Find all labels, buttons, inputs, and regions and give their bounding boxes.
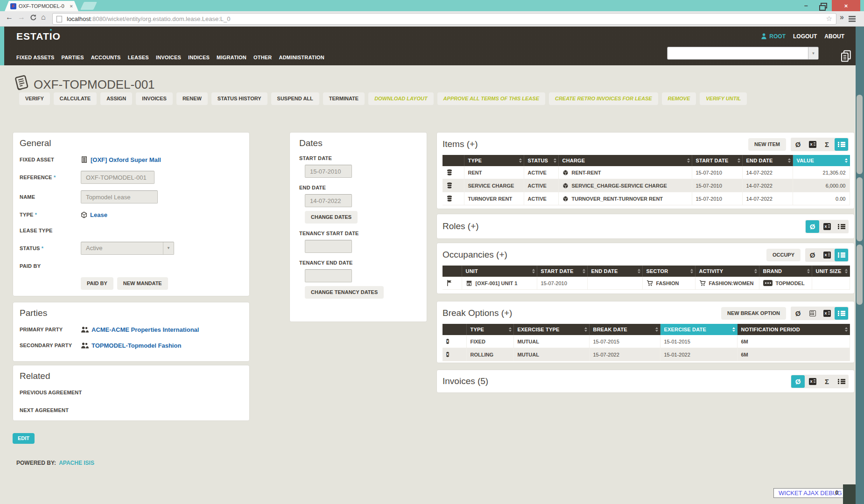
new-mandate-button[interactable]: NEW MANDATE — [117, 277, 168, 290]
sort-icon[interactable] — [509, 327, 512, 332]
list-view-icon[interactable] — [835, 307, 848, 320]
table-row[interactable]: SERVICE CHARGE ACTIVE SERVICE_CHARGE-SER… — [443, 179, 850, 192]
chevron-down-icon[interactable]: ▼ — [808, 47, 818, 59]
show-table-icon[interactable]: Ø — [791, 375, 805, 388]
col-break-date[interactable]: BREAK DATE — [589, 324, 660, 335]
global-search-box[interactable]: ▼ — [667, 47, 819, 60]
sort-icon[interactable] — [532, 269, 535, 273]
sort-icon[interactable] — [519, 158, 522, 163]
delete-row-icon[interactable]: × — [446, 352, 449, 357]
delete-row-icon[interactable]: × — [446, 339, 449, 344]
col-exercise-date[interactable]: EXERCISE DATE — [660, 324, 737, 335]
scrollbar-thumb[interactable] — [857, 177, 863, 241]
sort-icon[interactable] — [738, 158, 740, 163]
terminate-button[interactable]: TERMINATE — [323, 92, 365, 105]
renew-button[interactable]: RENEW — [176, 92, 208, 105]
sort-icon[interactable] — [638, 269, 640, 273]
panel-title[interactable]: Invoices (5) — [443, 376, 791, 386]
summary-sigma-icon[interactable]: Σ — [820, 138, 834, 151]
sort-icon[interactable] — [732, 327, 735, 332]
fixed-asset-link[interactable]: [OXF] Oxford Super Mall — [91, 156, 161, 163]
overflow-chevrons-icon[interactable]: » — [840, 13, 844, 21]
col-unit[interactable]: UNIT — [462, 266, 537, 277]
tab-close-icon[interactable]: × — [70, 3, 73, 9]
table-row[interactable]: RENT ACTIVE RENT-RENT 15-07-2010 14-07-2… — [443, 166, 850, 179]
show-table-icon[interactable]: Ø — [806, 220, 819, 233]
invoices-button[interactable]: INVOICES — [136, 92, 173, 105]
new-item-button[interactable]: NEW ITEM — [748, 138, 786, 151]
home-button[interactable]: ⌂ — [41, 13, 46, 21]
col-status[interactable]: STATUS — [524, 155, 558, 166]
verify-until-button[interactable]: VERIFY UNTIL — [700, 92, 747, 105]
create-retro-invoices-button[interactable]: CREATE RETRO INVOICES FOR LEASE — [549, 92, 658, 105]
col-notification-period[interactable]: NOTIFICATION PERIOD — [737, 324, 850, 335]
about-link[interactable]: ABOUT — [824, 33, 844, 40]
user-menu[interactable]: ROOT — [760, 33, 786, 40]
hide-table-icon[interactable]: Ø — [806, 249, 819, 261]
sort-icon[interactable] — [845, 327, 848, 332]
calendar-view-icon[interactable] — [806, 307, 819, 320]
suspend-all-button[interactable]: SUSPEND ALL — [271, 92, 319, 105]
paid-by-button[interactable]: PAID BY — [81, 277, 113, 290]
browser-tab[interactable]: F OXF-TOPMODEL-001 × — [5, 1, 78, 11]
sort-icon[interactable] — [845, 158, 848, 163]
occupy-button[interactable]: OCCUPY — [766, 249, 801, 261]
hide-table-icon[interactable]: Ø — [791, 138, 805, 151]
table-row[interactable]: TURNOVER RENT ACTIVE TURNOVER_RENT-TURNO… — [443, 192, 850, 205]
sort-icon[interactable] — [690, 269, 693, 273]
sort-icon[interactable] — [807, 269, 810, 273]
new-tab-button[interactable] — [80, 2, 97, 10]
nav-migration[interactable]: MIGRATION — [217, 55, 246, 60]
logout-link[interactable]: LOGOUT — [793, 33, 817, 40]
nav-other[interactable]: OTHER — [253, 55, 272, 60]
apache-isis-link[interactable]: APACHE ISIS — [59, 460, 94, 466]
hide-table-icon[interactable]: Ø — [791, 307, 805, 320]
browser-menu-icon[interactable] — [849, 16, 856, 17]
edit-button[interactable]: EDIT — [13, 433, 35, 444]
col-unit-size[interactable]: UNIT SIZE — [812, 266, 850, 277]
col-type[interactable]: TYPE — [466, 324, 513, 335]
bookmark-star-icon[interactable]: ☆ — [826, 14, 832, 23]
list-view-icon[interactable] — [835, 138, 848, 151]
type-link[interactable]: Lease — [90, 211, 107, 218]
export-excel-icon[interactable]: x — [806, 138, 819, 151]
col-end-date[interactable]: END DATE — [587, 266, 642, 277]
status-history-button[interactable]: STATUS HISTORY — [211, 92, 267, 105]
list-view-icon[interactable] — [835, 249, 848, 261]
nav-accounts[interactable]: ACCOUNTS — [91, 55, 121, 60]
sort-icon[interactable] — [788, 158, 791, 163]
col-brand[interactable]: BRAND — [759, 266, 812, 277]
back-button[interactable]: ← — [6, 13, 13, 21]
panel-title[interactable]: Roles (+) — [443, 221, 805, 231]
panel-title[interactable]: Occupancies (+) — [443, 250, 766, 260]
scrollbar-thumb[interactable] — [857, 95, 863, 174]
table-row[interactable]: × ROLLING MUTUAL 15-07-2022 15-01-2022 6… — [443, 348, 850, 361]
window-close-button[interactable]: × — [832, 0, 860, 11]
sort-icon[interactable] — [845, 269, 848, 273]
sort-icon[interactable] — [584, 327, 587, 332]
list-view-icon[interactable] — [835, 220, 848, 233]
nav-indices[interactable]: INDICES — [188, 55, 210, 60]
col-start-date[interactable]: START DATE — [537, 266, 587, 277]
sort-icon[interactable] — [554, 158, 556, 163]
panel-title[interactable]: Items (+) — [443, 139, 748, 149]
sort-icon[interactable] — [687, 158, 690, 163]
refresh-button[interactable] — [29, 14, 36, 21]
table-row[interactable]: [OXF-001] UNIT 1 15-07-2010 FASHION FASH… — [443, 277, 850, 290]
sort-icon[interactable] — [754, 269, 757, 273]
nav-leases[interactable]: LEASES — [128, 55, 149, 60]
scrollbar-thumb[interactable] — [857, 245, 863, 305]
col-type[interactable]: TYPE — [464, 155, 524, 166]
col-value[interactable]: VALUE — [793, 155, 850, 166]
remove-button[interactable]: REMOVE — [662, 92, 696, 105]
summary-sigma-icon[interactable]: Σ — [820, 375, 834, 388]
col-start-date[interactable]: START DATE — [692, 155, 742, 166]
calculate-button[interactable]: CALCULATE — [54, 92, 97, 105]
verify-button[interactable]: VERIFY — [19, 92, 50, 105]
secondary-party-link[interactable]: TOPMODEL-Topmodel Fashion — [91, 342, 181, 349]
sort-icon[interactable] — [655, 327, 658, 332]
export-excel-icon[interactable]: x — [806, 375, 819, 388]
address-bar[interactable]: localhost :8080/wicket/entity/org.estati… — [52, 13, 836, 25]
window-maximize-button[interactable] — [816, 0, 832, 11]
download-layout-button[interactable]: DOWNLOAD LAYOUT — [368, 92, 433, 105]
